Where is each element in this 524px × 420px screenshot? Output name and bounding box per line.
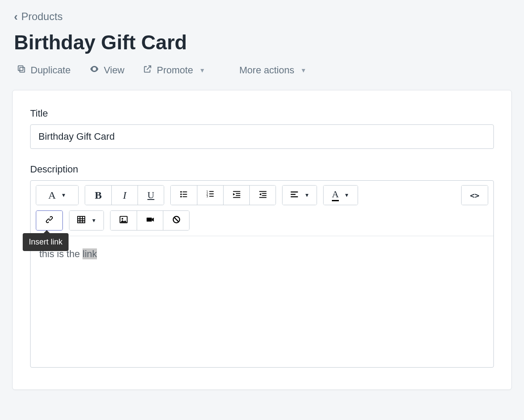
duplicate-button[interactable]: Duplicate xyxy=(17,64,71,76)
indent-icon xyxy=(258,189,268,201)
code-view-group: <> xyxy=(461,185,488,205)
svg-point-5 xyxy=(180,193,182,195)
svg-line-38 xyxy=(174,217,178,221)
svg-rect-10 xyxy=(209,191,214,192)
outdent-icon xyxy=(232,189,241,201)
promote-button[interactable]: Promote ▼ xyxy=(143,64,205,76)
text-color-button[interactable]: A ▼ xyxy=(324,186,358,205)
code-view-button[interactable]: <> xyxy=(462,186,488,205)
rich-text-editor: A ▼ B I U xyxy=(30,180,494,368)
rte-toolbar: A ▼ B I U xyxy=(31,181,493,236)
svg-rect-1 xyxy=(18,66,23,71)
chevron-left-icon: ‹ xyxy=(14,11,18,22)
svg-rect-21 xyxy=(262,193,266,194)
svg-rect-35 xyxy=(146,217,152,221)
svg-rect-12 xyxy=(209,193,214,194)
chevron-down-icon: ▼ xyxy=(199,67,205,74)
indent-button[interactable] xyxy=(249,186,276,205)
svg-rect-14 xyxy=(209,196,214,196)
chevron-down-icon: ▼ xyxy=(300,67,307,74)
clear-format-icon xyxy=(172,215,181,227)
title-input[interactable] xyxy=(30,124,494,149)
numbered-list-icon: 123 xyxy=(206,189,215,201)
bulleted-list-icon xyxy=(179,189,189,201)
svg-point-34 xyxy=(121,218,123,220)
outdent-button[interactable] xyxy=(223,186,249,205)
underline-button[interactable]: U xyxy=(138,186,164,205)
italic-button[interactable]: I xyxy=(111,186,138,205)
chevron-down-icon: ▼ xyxy=(91,217,97,224)
svg-marker-24 xyxy=(259,193,261,196)
text-color-group: A ▼ xyxy=(323,185,358,205)
table-icon xyxy=(76,215,86,227)
page-root: ‹ Products Birthday Gift Card Duplicate … xyxy=(0,0,524,420)
action-bar: Duplicate View Promote ▼ More actions ▼ xyxy=(12,62,512,90)
text-color-icon: A xyxy=(332,189,339,201)
eye-icon xyxy=(89,64,100,77)
insert-image-button[interactable] xyxy=(110,211,137,230)
svg-marker-19 xyxy=(233,193,235,196)
title-field-label: Title xyxy=(30,108,494,119)
align-button[interactable]: ▼ xyxy=(283,186,317,205)
bold-button[interactable]: B xyxy=(85,186,111,205)
svg-point-3 xyxy=(180,191,182,193)
external-link-icon xyxy=(143,64,152,76)
underline-icon: U xyxy=(148,189,155,201)
duplicate-icon xyxy=(17,64,26,76)
svg-rect-15 xyxy=(233,191,240,192)
rte-body[interactable]: this is the link xyxy=(31,236,493,367)
chevron-down-icon: ▼ xyxy=(344,192,349,198)
view-label: View xyxy=(104,65,124,76)
product-card: Title Description A ▼ B I U xyxy=(12,90,512,390)
svg-rect-18 xyxy=(233,197,240,198)
video-icon xyxy=(145,215,155,227)
link-group xyxy=(36,210,63,231)
breadcrumb-label: Products xyxy=(21,10,63,23)
svg-rect-25 xyxy=(291,191,298,192)
tooltip-text: Insert link xyxy=(29,238,62,246)
svg-text:3: 3 xyxy=(206,195,208,198)
svg-rect-20 xyxy=(259,191,266,192)
svg-rect-17 xyxy=(236,195,240,196)
svg-rect-23 xyxy=(259,197,266,198)
code-icon: <> xyxy=(470,191,479,200)
list-indent-group: 123 xyxy=(170,185,276,205)
page-title: Birthday Gift Card xyxy=(14,31,510,54)
insert-video-button[interactable] xyxy=(137,211,163,230)
promote-label: Promote xyxy=(157,65,193,76)
svg-rect-4 xyxy=(183,191,187,192)
chevron-down-icon: ▼ xyxy=(61,192,66,198)
link-icon xyxy=(45,215,54,227)
clear-formatting-button[interactable] xyxy=(163,211,189,230)
numbered-list-button[interactable]: 123 xyxy=(197,186,223,205)
svg-rect-26 xyxy=(291,194,296,195)
svg-rect-16 xyxy=(236,193,240,194)
rte-toolbar-row-1: A ▼ B I U xyxy=(36,185,488,205)
bulleted-list-button[interactable] xyxy=(171,186,197,205)
svg-point-7 xyxy=(180,196,182,197)
svg-rect-22 xyxy=(262,195,266,196)
table-group: ▼ xyxy=(69,210,104,231)
svg-rect-6 xyxy=(183,194,187,195)
view-button[interactable]: View xyxy=(89,64,124,77)
text-style-group: B I U xyxy=(85,185,164,205)
svg-rect-8 xyxy=(183,196,187,197)
breadcrumb[interactable]: ‹ Products xyxy=(12,5,512,24)
svg-point-2 xyxy=(93,68,95,70)
image-icon xyxy=(119,215,128,227)
format-block-button[interactable]: A ▼ xyxy=(36,186,78,205)
align-group: ▼ xyxy=(282,185,317,205)
more-actions-button[interactable]: More actions ▼ xyxy=(239,65,307,76)
svg-rect-28 xyxy=(78,216,85,223)
tooltip-insert-link: Insert link xyxy=(23,233,69,251)
align-left-icon xyxy=(290,189,299,201)
insert-link-button[interactable] xyxy=(36,211,62,230)
svg-rect-27 xyxy=(291,196,298,197)
description-field-label: Description xyxy=(30,164,494,175)
insert-table-button[interactable]: ▼ xyxy=(69,211,103,230)
duplicate-label: Duplicate xyxy=(31,65,71,76)
format-block-group: A ▼ xyxy=(36,185,79,205)
bold-icon: B xyxy=(95,189,102,201)
italic-icon: I xyxy=(123,189,127,201)
more-actions-label: More actions xyxy=(239,65,294,76)
